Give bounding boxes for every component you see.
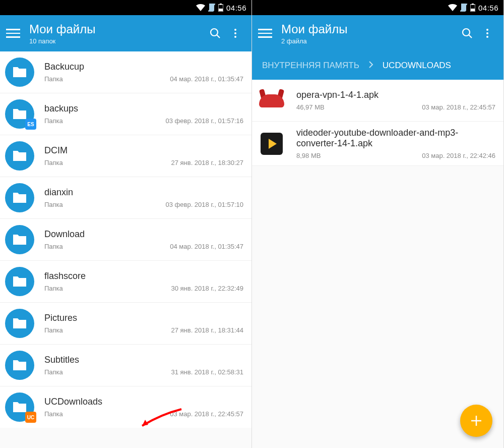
- row-content: DCIMПапка27 янв. 2018 г., 18:30:27: [44, 145, 243, 166]
- status-time: 04:56: [226, 4, 246, 12]
- folder-date: 30 янв. 2018 г., 22:32:49: [171, 285, 243, 292]
- wifi-icon: [448, 4, 457, 11]
- row-content: videoder-youtube-downloader-and-mp3-conv…: [296, 128, 495, 159]
- folder-row[interactable]: DownloadПапка04 мар. 2018 г., 01:35:47: [0, 219, 251, 261]
- folder-date: 03 мар. 2018 г., 22:45:57: [170, 410, 243, 418]
- folder-date: 03 февр. 2018 г., 01:57:16: [166, 117, 243, 125]
- svg-rect-12: [471, 9, 475, 11]
- status-bar: 04:56: [0, 0, 251, 15]
- folder-icon: [5, 183, 34, 212]
- row-content: DownloadПапка04 мар. 2018 г., 01:35:47: [44, 229, 243, 250]
- folder-row[interactable]: UCUCDownloadsПапка03 мар. 2018 г., 22:45…: [0, 386, 251, 428]
- folder-name: dianxin: [44, 187, 243, 198]
- folder-icon: [5, 309, 34, 338]
- folder-icon: [5, 225, 34, 254]
- file-size: 8,98 MB: [296, 152, 321, 159]
- folder-date: 27 янв. 2018 г., 18:31:44: [171, 326, 243, 334]
- no-sim-icon: [208, 4, 215, 12]
- app-subtitle: 2 файла: [281, 37, 457, 45]
- row-content: BackucupПапка04 мар. 2018 г., 01:35:47: [44, 62, 243, 83]
- es-badge-icon: ES: [25, 119, 36, 130]
- menu-icon[interactable]: [258, 26, 272, 40]
- file-row[interactable]: opera-vpn-1-4-1.apk46,97 MB03 мар. 2018 …: [252, 80, 503, 122]
- svg-point-6: [234, 29, 236, 31]
- folder-row[interactable]: BackucupПапка04 мар. 2018 г., 01:35:47: [0, 51, 251, 93]
- file-date: 03 мар. 2018 г., 22:45:57: [422, 103, 495, 111]
- svg-point-7: [234, 32, 236, 34]
- row-meta: Папка04 мар. 2018 г., 01:35:47: [44, 243, 243, 250]
- row-content: SubtitlesПапка31 янв. 2018 г., 02:58:31: [44, 355, 243, 376]
- breadcrumb-current[interactable]: UCDOWNLOADS: [383, 61, 451, 71]
- file-name: opera-vpn-1-4-1.apk: [296, 90, 495, 100]
- folder-icon: UC: [5, 393, 34, 422]
- app-bar: Мои файлы 2 файла: [252, 15, 503, 51]
- folder-date: 27 янв. 2018 г., 18:30:27: [171, 159, 243, 166]
- app-title-block: Мои файлы 10 папок: [29, 22, 205, 45]
- row-content: opera-vpn-1-4-1.apk46,97 MB03 мар. 2018 …: [296, 90, 495, 111]
- row-content: UCDownloadsПапка03 мар. 2018 г., 22:45:5…: [44, 397, 243, 418]
- folder-icon: ES: [5, 99, 34, 129]
- file-size: 46,97 MB: [296, 103, 325, 111]
- no-sim-icon: [460, 4, 467, 12]
- svg-rect-2: [220, 4, 222, 5]
- folder-name: DCIM: [44, 145, 243, 156]
- right-screen: 04:56 Мои файлы 2 файла ВНУТРЕННЯЯ ПАМЯТ…: [252, 0, 504, 448]
- app-subtitle: 10 папок: [29, 37, 205, 45]
- svg-point-15: [486, 29, 488, 31]
- folder-name: Pictures: [44, 313, 243, 323]
- svg-point-16: [486, 32, 488, 34]
- fab-add-button[interactable]: [460, 405, 492, 437]
- folder-type: Папка: [44, 159, 63, 166]
- svg-point-17: [486, 36, 488, 38]
- folder-row[interactable]: DCIMПапка27 янв. 2018 г., 18:30:27: [0, 135, 251, 177]
- folder-type: Папка: [44, 368, 63, 376]
- left-screen: 04:56 Мои файлы 10 папок BackucupПапка04…: [0, 0, 252, 448]
- battery-icon: [470, 4, 475, 12]
- videoder-app-icon: [257, 129, 286, 158]
- svg-rect-3: [219, 9, 223, 11]
- svg-point-4: [211, 29, 218, 36]
- folder-icon: [5, 141, 34, 171]
- folder-list[interactable]: BackucupПапка04 мар. 2018 г., 01:35:47ES…: [0, 51, 251, 428]
- row-content: backupsПапка03 февр. 2018 г., 01:57:16: [44, 103, 243, 125]
- folder-icon: [5, 58, 34, 87]
- row-meta: Папка31 янв. 2018 г., 02:58:31: [44, 368, 243, 376]
- search-button[interactable]: [457, 23, 477, 43]
- chevron-right-icon: [368, 61, 373, 71]
- folder-row[interactable]: ESbackupsПапка03 февр. 2018 г., 01:57:16: [0, 93, 251, 135]
- row-meta: Папка27 янв. 2018 г., 18:31:44: [44, 326, 243, 334]
- overflow-menu-button[interactable]: [477, 23, 497, 43]
- status-time: 04:56: [478, 4, 498, 12]
- folder-row[interactable]: SubtitlesПапка31 янв. 2018 г., 02:58:31: [0, 345, 251, 386]
- row-meta: Папка04 мар. 2018 г., 01:35:47: [44, 75, 243, 83]
- file-row[interactable]: videoder-youtube-downloader-and-mp3-conv…: [252, 122, 503, 166]
- row-meta: Папка30 янв. 2018 г., 22:32:49: [44, 285, 243, 292]
- opera-app-icon: [257, 86, 286, 115]
- app-title: Мои файлы: [281, 22, 457, 36]
- app-title-block: Мои файлы 2 файла: [281, 22, 457, 45]
- overflow-menu-button[interactable]: [225, 23, 245, 43]
- app-title: Мои файлы: [29, 22, 205, 36]
- folder-name: backups: [44, 103, 243, 114]
- folder-date: 04 мар. 2018 г., 01:35:47: [170, 243, 243, 250]
- file-date: 03 мар. 2018 г., 22:42:46: [422, 152, 495, 159]
- svg-rect-11: [472, 4, 474, 5]
- file-list[interactable]: opera-vpn-1-4-1.apk46,97 MB03 мар. 2018 …: [252, 80, 503, 166]
- row-meta: Папка03 февр. 2018 г., 01:57:10: [44, 201, 243, 208]
- menu-icon[interactable]: [6, 26, 20, 40]
- breadcrumb: ВНУТРЕННЯЯ ПАМЯТЬ UCDOWNLOADS: [252, 51, 503, 80]
- row-meta: Папка03 мар. 2018 г., 22:45:57: [44, 410, 243, 418]
- folder-row[interactable]: dianxinПапка03 февр. 2018 г., 01:57:10: [0, 177, 251, 219]
- folder-row[interactable]: flashscoreПапка30 янв. 2018 г., 22:32:49: [0, 261, 251, 303]
- folder-row[interactable]: PicturesПапка27 янв. 2018 г., 18:31:44: [0, 303, 251, 345]
- battery-icon: [218, 4, 223, 12]
- folder-name: Backucup: [44, 62, 243, 72]
- folder-name: UCDownloads: [44, 397, 243, 407]
- folder-type: Папка: [44, 75, 63, 83]
- breadcrumb-parent[interactable]: ВНУТРЕННЯЯ ПАМЯТЬ: [262, 61, 359, 71]
- search-button[interactable]: [205, 23, 225, 43]
- folder-type: Папка: [44, 117, 63, 125]
- folder-name: Download: [44, 229, 243, 240]
- row-content: dianxinПапка03 февр. 2018 г., 01:57:10: [44, 187, 243, 208]
- status-bar: 04:56: [252, 0, 503, 15]
